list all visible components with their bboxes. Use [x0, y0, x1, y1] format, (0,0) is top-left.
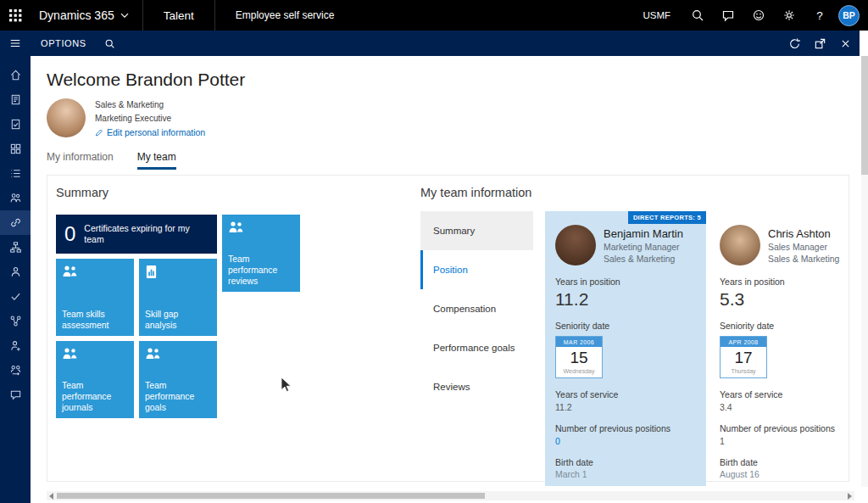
- nav-workflow-icon[interactable]: [0, 309, 31, 333]
- nav-report-check-icon[interactable]: [0, 112, 31, 137]
- summary-panel: Summary 0 Certificates expiring for my t…: [47, 186, 415, 481]
- calendar-day: 17: [721, 347, 766, 367]
- topbar-actions: USMF ? BP: [631, 0, 868, 31]
- tile-label: Team performance journals: [62, 380, 128, 413]
- tile-team-performance-reviews[interactable]: Team performance reviews: [222, 215, 300, 292]
- people-icon: [228, 221, 245, 234]
- nav-person-icon[interactable]: [0, 260, 31, 284]
- years-in-position-value: 5.3: [720, 289, 845, 310]
- nav-journal-icon[interactable]: [0, 87, 31, 112]
- seniority-date-calendar: APR 2008 17 Thursday: [720, 336, 767, 378]
- chevron-down-icon: [120, 13, 129, 19]
- member-header: Chris Ashton Sales Manager Sales & Marke…: [720, 225, 845, 265]
- team-nav-compensation[interactable]: Compensation: [420, 289, 533, 328]
- seniority-date-label: Seniority date: [555, 321, 696, 331]
- tile-skill-gap-analysis[interactable]: Skill gap analysis: [139, 259, 217, 336]
- years-in-position-label: Years in position: [720, 277, 845, 287]
- scroll-right-arrow-icon[interactable]: [848, 493, 852, 500]
- messages-button[interactable]: [713, 0, 743, 31]
- nav-list-icon[interactable]: [0, 161, 31, 186]
- open-in-new-window-button[interactable]: [807, 31, 832, 56]
- team-nav-position[interactable]: Position: [420, 250, 533, 289]
- member-department: Sales & Marketing: [768, 254, 839, 264]
- nav-messages-icon[interactable]: [0, 383, 31, 407]
- page-tabs: My information My team: [31, 151, 868, 170]
- edit-personal-information-link[interactable]: Edit personal information: [95, 127, 205, 137]
- team-nav-summary[interactable]: Summary: [420, 211, 533, 250]
- previous-positions-value: 1: [720, 436, 845, 446]
- scroll-left-arrow-icon[interactable]: [49, 493, 53, 500]
- member-department: Sales & Marketing: [604, 254, 683, 264]
- refresh-button[interactable]: [782, 31, 807, 56]
- team-nav-performance-goals[interactable]: Performance goals: [420, 328, 533, 367]
- vertical-scrollbar[interactable]: [861, 56, 868, 487]
- nav-person-add-icon[interactable]: [0, 333, 31, 358]
- page-title: Welcome Brandon Potter: [47, 70, 868, 90]
- close-button[interactable]: [832, 31, 858, 56]
- member-card-chris-ashton[interactable]: Chris Ashton Sales Manager Sales & Marke…: [713, 211, 849, 486]
- content-card: Summary 0 Certificates expiring for my t…: [47, 175, 849, 482]
- nav-links-icon[interactable]: [0, 210, 31, 235]
- member-header: Benjamin Martin Marketing Manager Sales …: [555, 225, 696, 265]
- certificates-count: 0: [64, 222, 75, 246]
- action-bar: OPTIONS: [0, 31, 868, 56]
- years-of-service-label: Years of service: [720, 389, 845, 400]
- help-button[interactable]: ?: [804, 0, 835, 31]
- nav-employees-icon[interactable]: [0, 186, 31, 210]
- scrollbar-corner: [860, 31, 868, 56]
- expand-navigation-button[interactable]: [0, 31, 31, 56]
- horizontal-scrollbar[interactable]: [47, 491, 854, 500]
- team-nav-reviews[interactable]: Reviews: [420, 367, 533, 406]
- team-body: Summary Position Compensation Performanc…: [420, 211, 849, 486]
- tile-team-performance-journals[interactable]: Team performance journals: [56, 341, 134, 418]
- tab-my-team[interactable]: My team: [137, 151, 176, 170]
- tile-certificates-expiring[interactable]: 0 Certificates expiring for my team: [56, 215, 217, 254]
- actionbar-actions: [782, 31, 868, 56]
- team-member-cards: DIRECT REPORTS: 5 Benjamin Martin Market…: [545, 211, 849, 486]
- tab-my-information[interactable]: My information: [47, 151, 114, 170]
- tile-team-performance-goals[interactable]: Team performance goals: [139, 341, 217, 418]
- nav-people-transfer-icon[interactable]: [0, 358, 31, 383]
- refresh-icon: [788, 37, 801, 50]
- options-menu[interactable]: OPTIONS: [31, 31, 97, 56]
- member-job-title: Marketing Manager: [604, 243, 683, 252]
- chart-document-icon: [145, 265, 158, 279]
- nav-home-icon[interactable]: [0, 63, 31, 87]
- user-avatar[interactable]: BP: [838, 5, 860, 26]
- calendar-month: MAR 2006: [556, 337, 602, 347]
- product-switcher[interactable]: Dynamics 365: [31, 8, 142, 22]
- tile-team-skills-assessment[interactable]: Team skills assessment: [56, 259, 134, 336]
- summary-title: Summary: [56, 186, 415, 199]
- search-button[interactable]: [682, 0, 713, 31]
- previous-positions-value[interactable]: 0: [555, 436, 696, 446]
- seniority-date-label: Seniority date: [720, 321, 845, 331]
- tile-label: Team performance goals: [145, 380, 211, 413]
- seniority-date-calendar: MAR 2006 15 Wednesday: [555, 336, 603, 378]
- app-launcher-button[interactable]: [0, 0, 31, 31]
- waffle-icon: [9, 9, 22, 22]
- tile-label: Team performance reviews: [228, 254, 294, 287]
- member-card-benjamin-martin[interactable]: DIRECT REPORTS: 5 Benjamin Martin Market…: [545, 211, 706, 486]
- team-nav: Summary Position Compensation Performanc…: [420, 211, 533, 486]
- feedback-button[interactable]: [743, 0, 774, 31]
- app-name[interactable]: Talent: [143, 9, 214, 22]
- pencil-icon: [95, 128, 103, 137]
- birth-date-value: August 16: [720, 470, 845, 479]
- years-of-service-value: 3.4: [720, 402, 845, 412]
- product-name: Dynamics 365: [39, 8, 114, 22]
- company-picker[interactable]: USMF: [631, 10, 682, 20]
- app-window: Dynamics 365 Talent Employee self servic…: [0, 0, 868, 503]
- vertical-scrollbar-thumb[interactable]: [861, 56, 868, 175]
- nav-approvals-icon[interactable]: [0, 284, 31, 309]
- birth-date-label: Birth date: [555, 457, 696, 467]
- close-icon: [840, 38, 851, 49]
- nav-inventory-icon[interactable]: [0, 137, 31, 161]
- calendar-day: 15: [556, 347, 602, 367]
- horizontal-scrollbar-thumb[interactable]: [57, 493, 485, 499]
- search-icon: [104, 38, 115, 49]
- nav-org-structure-icon[interactable]: [0, 235, 31, 260]
- actionbar-search-button[interactable]: [97, 31, 124, 56]
- hamburger-icon: [9, 37, 21, 49]
- previous-positions-label: Number of previous positions: [555, 423, 696, 433]
- settings-button[interactable]: [774, 0, 804, 31]
